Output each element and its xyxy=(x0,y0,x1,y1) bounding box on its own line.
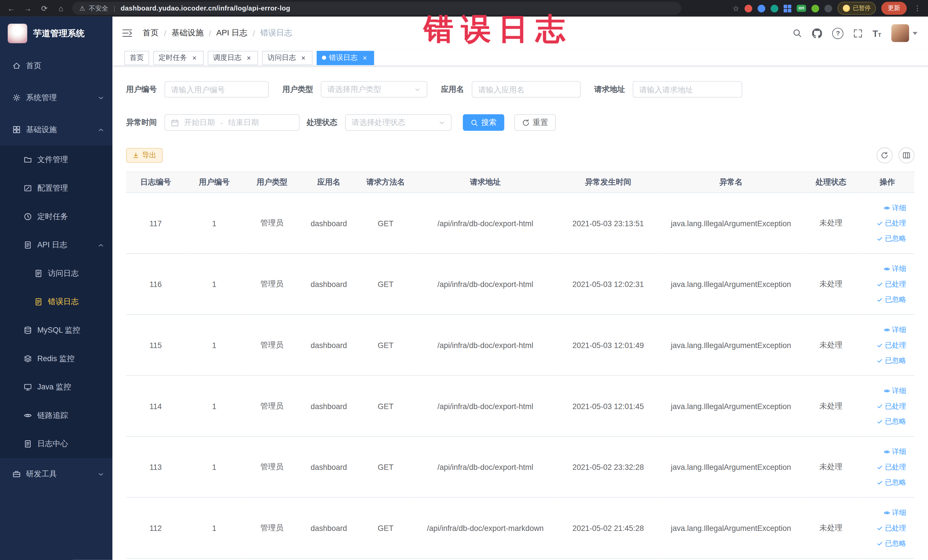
processed-link[interactable]: 已处理 xyxy=(877,276,906,292)
home-icon[interactable]: ⌂ xyxy=(53,4,69,12)
breadcrumb-item-api-logs[interactable]: API 日志 xyxy=(216,28,247,38)
app-logo[interactable]: 芋道管理系统 xyxy=(0,17,112,50)
forward-icon[interactable]: → xyxy=(20,4,36,12)
sidebar-item-home[interactable]: 首页 xyxy=(0,50,112,82)
processed-link[interactable]: 已处理 xyxy=(877,337,906,353)
main-area: 首页 / 基础设施 / API 日志 / 错误日志 ? TT xyxy=(112,17,928,560)
sidebar-item-log-center[interactable]: 日志中心 xyxy=(0,430,112,458)
tab-home[interactable]: 首页 xyxy=(124,50,149,65)
detail-link[interactable]: 详细 xyxy=(884,444,906,459)
user-type-select[interactable]: 请选择用户类型 xyxy=(321,81,427,98)
page-content: 用户编号 用户类型 请选择用户类型 应用名 xyxy=(112,66,928,560)
processed-link[interactable]: 已处理 xyxy=(877,520,906,536)
sidebar-item-system-mgmt[interactable]: 系统管理 xyxy=(0,82,112,113)
sidebar-item-dev-tools[interactable]: 研发工具 xyxy=(0,458,112,490)
edit-icon xyxy=(24,184,32,192)
sidebar-item-access-log[interactable]: 访问日志 xyxy=(0,259,112,288)
export-button[interactable]: 导出 xyxy=(126,148,163,163)
toolbox-icon xyxy=(12,470,21,478)
paused-badge[interactable]: 已暂停 xyxy=(838,2,876,15)
chrome-menu-icon[interactable]: ⋮ xyxy=(912,4,923,12)
reset-button[interactable]: 重置 xyxy=(514,114,556,131)
back-icon[interactable]: ← xyxy=(3,4,19,12)
sidebar-toggle-button[interactable] xyxy=(122,29,132,38)
extension-icon-red[interactable] xyxy=(745,5,752,12)
reload-icon[interactable]: ⟳ xyxy=(37,4,52,12)
close-icon[interactable]: × xyxy=(245,53,253,62)
ignored-link[interactable]: 已忽略 xyxy=(877,353,906,368)
fullscreen-button[interactable] xyxy=(853,29,862,38)
detail-label: 详细 xyxy=(892,444,906,459)
column-toggle-button[interactable] xyxy=(898,148,914,163)
tab-access-log[interactable]: 访问日志 × xyxy=(262,50,312,65)
processed-link[interactable]: 已处理 xyxy=(877,398,906,414)
close-icon[interactable]: × xyxy=(191,53,198,62)
breadcrumb-item-home[interactable]: 首页 xyxy=(143,28,159,38)
app-name-input[interactable] xyxy=(472,81,581,98)
detail-link[interactable]: 详细 xyxy=(884,383,906,398)
close-icon[interactable]: × xyxy=(361,53,369,62)
extension-icon-blue[interactable] xyxy=(758,5,765,12)
refresh-table-button[interactable] xyxy=(877,148,893,163)
ignored-link[interactable]: 已忽略 xyxy=(877,414,906,429)
table-row: 116 1 管理员 dashboard GET /api/infra/db-do… xyxy=(126,253,914,315)
tab-label: 访问日志 xyxy=(267,53,296,63)
tab-scheduled-tasks[interactable]: 定时任务 × xyxy=(153,50,203,65)
processed-link[interactable]: 已处理 xyxy=(877,459,906,475)
sidebar-item-mysql-monitor[interactable]: MySQL 监控 xyxy=(0,316,112,345)
extension-icon-grid[interactable] xyxy=(784,5,791,12)
cell-user-id: 1 xyxy=(185,497,243,558)
sidebar-item-error-log[interactable]: 错误日志 xyxy=(0,288,112,316)
ignored-label: 已忽略 xyxy=(885,353,906,368)
close-icon[interactable]: × xyxy=(299,53,307,62)
help-button[interactable]: ? xyxy=(832,27,844,38)
ignored-link[interactable]: 已忽略 xyxy=(877,536,906,551)
process-status-select[interactable]: 请选择处理状态 xyxy=(345,114,452,131)
request-url-input[interactable] xyxy=(633,81,742,98)
tab-dispatch-log[interactable]: 调度日志 × xyxy=(208,50,258,65)
eye-icon xyxy=(884,449,890,455)
cell-user-type: 管理员 xyxy=(243,497,301,558)
sidebar-item-tracing[interactable]: 链路追踪 xyxy=(0,401,112,430)
processed-link[interactable]: 已处理 xyxy=(877,215,906,231)
error-log-table: 日志编号 用户编号 用户类型 应用名 请求方法名 请求地址 异常发生时间 异常名… xyxy=(126,172,914,559)
ignored-link[interactable]: 已忽略 xyxy=(877,292,906,307)
update-button[interactable]: 更新 xyxy=(881,2,907,15)
search-button[interactable]: 搜索 xyxy=(463,114,504,131)
user-menu[interactable] xyxy=(891,24,917,42)
sidebar-item-scheduled-tasks[interactable]: 定时任务 xyxy=(0,203,112,231)
detail-link[interactable]: 详细 xyxy=(884,322,906,337)
sidebar-item-config-mgmt[interactable]: 配置管理 xyxy=(0,174,112,203)
extension-icon-paw[interactable] xyxy=(824,5,832,12)
detail-label: 详细 xyxy=(892,200,906,215)
chevron-down-icon xyxy=(438,119,445,126)
cell-status: 未处理 xyxy=(802,497,860,558)
cell-exception: java.lang.IllegalArgumentException xyxy=(660,436,802,497)
detail-link[interactable]: 详细 xyxy=(884,505,906,520)
extension-on-badge[interactable]: on xyxy=(797,5,806,12)
extension-icon-teal[interactable] xyxy=(771,5,778,12)
date-range-picker[interactable]: 开始日期 - 结束日期 xyxy=(165,114,299,131)
search-button[interactable] xyxy=(793,29,802,38)
extension-icon-green[interactable] xyxy=(811,5,819,12)
detail-link[interactable]: 详细 xyxy=(884,261,906,276)
user-id-input[interactable] xyxy=(165,81,269,98)
detail-link[interactable]: 详细 xyxy=(884,200,906,215)
ignored-link[interactable]: 已忽略 xyxy=(877,475,906,490)
sidebar-item-redis-monitor[interactable]: Redis 监控 xyxy=(0,344,112,373)
date-separator: - xyxy=(220,118,223,127)
sidebar-item-java-monitor[interactable]: Java 监控 xyxy=(0,373,112,401)
sidebar-item-file-mgmt[interactable]: 文件管理 xyxy=(0,145,112,174)
breadcrumb-item-infrastructure[interactable]: 基础设施 xyxy=(171,28,203,38)
font-size-button[interactable]: TT xyxy=(873,29,881,38)
ignored-link[interactable]: 已忽略 xyxy=(877,231,906,246)
sidebar-item-api-logs[interactable]: API 日志 xyxy=(0,231,112,259)
address-bar[interactable]: ⚠ 不安全 | dashboard.yudao.iocoder.cn/infra… xyxy=(72,2,681,15)
tab-error-log[interactable]: 错误日志 × xyxy=(317,50,374,65)
cell-status: 未处理 xyxy=(802,192,860,253)
bookmark-star-icon[interactable]: ☆ xyxy=(733,4,739,12)
github-link[interactable] xyxy=(812,28,822,38)
sidebar-item-label: 配置管理 xyxy=(37,183,68,194)
sidebar-item-infrastructure[interactable]: 基础设施 xyxy=(0,113,112,145)
processed-label: 已处理 xyxy=(885,520,906,536)
